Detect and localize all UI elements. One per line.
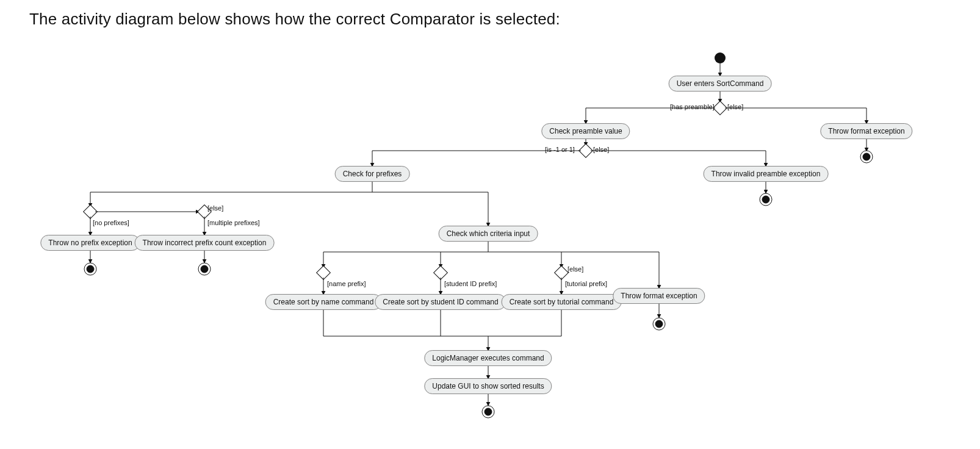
activity-user-enters-sortcommand: User enters SortCommand	[669, 76, 772, 92]
svg-point-8	[863, 153, 870, 160]
svg-point-50	[485, 408, 492, 415]
activity-throw-format-exception-bottom: Throw format exception	[613, 288, 705, 304]
svg-rect-30	[317, 266, 331, 280]
guard-tutorial-prefix: [tutorial prefix]	[565, 280, 607, 287]
activity-check-preamble-value: Check preamble value	[541, 123, 630, 139]
guard-else-2: [else]	[593, 146, 609, 153]
activity-logicmanager-executes: LogicManager executes command	[424, 350, 552, 366]
guard-has-preamble: [has preamble]	[670, 103, 715, 110]
svg-point-0	[715, 52, 726, 63]
activity-update-gui: Update GUI to show sorted results	[424, 378, 552, 394]
guard-name-prefix: [name prefix]	[327, 280, 366, 287]
activity-create-sort-by-tutorial: Create sort by tutorial command	[502, 294, 622, 310]
svg-rect-5	[579, 144, 593, 158]
page-title: The activity diagram below shows how the…	[29, 10, 980, 29]
activity-check-for-prefixes: Check for prefixes	[335, 166, 410, 182]
activity-diagram: User enters SortCommand Check preamble v…	[0, 34, 980, 449]
activity-check-which-criteria-input: Check which criteria input	[439, 226, 538, 242]
svg-point-26	[201, 265, 208, 273]
svg-rect-36	[555, 266, 569, 280]
guard-else-4: [else]	[567, 265, 583, 273]
activity-create-sort-by-student-id: Create sort by student ID command	[375, 294, 506, 310]
guard-is-minus1-or-1: [is -1 or 1]	[545, 146, 575, 153]
svg-point-11	[762, 196, 769, 203]
activity-create-sort-by-name: Create sort by name command	[265, 294, 382, 310]
guard-student-id-prefix: [student ID prefix]	[444, 280, 497, 287]
activity-throw-incorrect-prefix-count: Throw incorrect prefix count exception	[135, 235, 275, 251]
svg-rect-3	[713, 101, 727, 115]
svg-point-23	[87, 265, 94, 273]
guard-else-3: [else]	[207, 204, 223, 212]
guard-no-prefixes: [no prefixes]	[93, 219, 129, 226]
svg-rect-15	[84, 205, 98, 219]
guard-else-1: [else]	[727, 103, 743, 110]
svg-rect-33	[434, 266, 448, 280]
guard-multiple-prefixes: [multiple prefixes]	[207, 219, 260, 226]
activity-throw-invalid-preamble: Throw invalid preamble exception	[704, 166, 829, 182]
svg-point-46	[655, 320, 663, 328]
activity-throw-no-prefix-exception: Throw no prefix exception	[40, 235, 140, 251]
activity-throw-format-exception-top: Throw format exception	[820, 123, 912, 139]
